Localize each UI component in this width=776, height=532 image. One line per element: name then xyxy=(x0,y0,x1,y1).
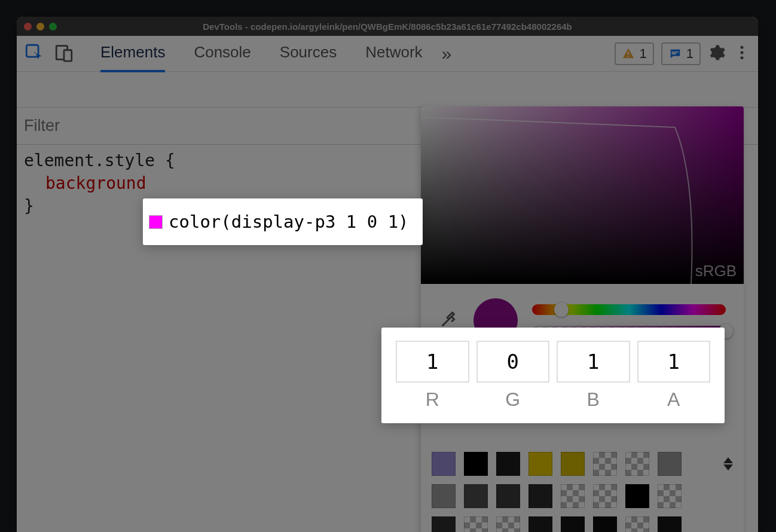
input-r[interactable]: 1 xyxy=(396,341,469,383)
device-toolbar-icon[interactable] xyxy=(54,42,74,65)
palette-swatch[interactable] xyxy=(528,484,552,508)
svg-rect-4 xyxy=(628,56,629,57)
color-spectrum[interactable]: sRGB xyxy=(421,106,744,284)
palette-swatch[interactable] xyxy=(464,452,488,476)
more-tabs-button[interactable]: » xyxy=(442,44,452,64)
settings-button[interactable] xyxy=(708,44,726,64)
gamut-boundary-line xyxy=(421,106,744,284)
palette-swatch[interactable] xyxy=(593,452,617,476)
panel-tabs: Elements Console Sources Network xyxy=(100,35,423,72)
svg-point-7 xyxy=(741,45,744,48)
palette-swatch[interactable] xyxy=(658,516,682,532)
devtools-toolbar: Elements Console Sources Network » 1 1 xyxy=(17,36,758,72)
palette-swatch[interactable] xyxy=(561,516,585,532)
color-value-text[interactable]: color(display-p3 1 0 1) xyxy=(169,212,409,232)
warning-icon xyxy=(622,47,635,60)
color-swatch[interactable] xyxy=(149,215,163,229)
svg-point-9 xyxy=(741,56,744,59)
gamut-label: sRGB xyxy=(695,262,737,280)
palette-swatch[interactable] xyxy=(625,516,649,532)
input-b[interactable]: 1 xyxy=(557,341,630,383)
elements-dom-area[interactable] xyxy=(17,72,758,108)
warnings-count: 1 xyxy=(640,46,647,62)
palette-swatch[interactable] xyxy=(432,452,456,476)
palette-swatch[interactable] xyxy=(625,484,649,508)
input-a[interactable]: 1 xyxy=(637,341,711,383)
messages-badge[interactable]: 1 xyxy=(661,42,701,65)
css-property[interactable]: background xyxy=(45,173,146,193)
label-b: B xyxy=(557,389,630,411)
tab-console[interactable]: Console xyxy=(194,35,250,72)
palette-swatch[interactable] xyxy=(464,516,488,532)
rgba-inputs-popup: 1 0 1 1 R G B A xyxy=(381,328,725,423)
palette-swatch[interactable] xyxy=(561,452,585,476)
svg-rect-2 xyxy=(64,50,72,60)
palette-swatch[interactable] xyxy=(625,452,649,476)
svg-rect-3 xyxy=(628,51,629,55)
messages-count: 1 xyxy=(686,46,693,62)
tab-sources[interactable]: Sources xyxy=(280,35,337,72)
palette-swatch[interactable] xyxy=(432,516,456,532)
palette-swatch[interactable] xyxy=(561,484,585,508)
palette-swatch[interactable] xyxy=(593,516,617,532)
palette-swatch[interactable] xyxy=(496,516,520,532)
svg-point-8 xyxy=(741,51,744,54)
label-g: G xyxy=(476,389,550,411)
message-icon xyxy=(668,47,682,60)
palette-swatch[interactable] xyxy=(432,484,456,508)
palette-swatch[interactable] xyxy=(528,452,552,476)
hue-thumb[interactable] xyxy=(554,302,569,317)
window-title: DevTools - codepen.io/argyleink/pen/QWBg… xyxy=(17,22,758,32)
warnings-badge[interactable]: 1 xyxy=(615,42,654,65)
color-value-popup[interactable]: color(display-p3 1 0 1) xyxy=(143,198,423,245)
tab-elements[interactable]: Elements xyxy=(100,35,165,72)
palette-swatch[interactable] xyxy=(464,484,488,508)
palette-swatch[interactable] xyxy=(593,484,617,508)
color-palette xyxy=(432,452,733,532)
tab-network[interactable]: Network xyxy=(365,35,422,72)
window-titlebar: DevTools - codepen.io/argyleink/pen/QWBg… xyxy=(17,17,758,36)
palette-stepper[interactable] xyxy=(723,457,733,470)
palette-swatch[interactable] xyxy=(658,452,682,476)
more-options-button[interactable] xyxy=(733,44,751,64)
palette-swatch[interactable] xyxy=(658,484,682,508)
svg-rect-5 xyxy=(671,51,678,53)
svg-rect-6 xyxy=(671,53,676,54)
input-g[interactable]: 0 xyxy=(476,341,550,383)
label-a: A xyxy=(637,389,711,411)
hue-slider[interactable] xyxy=(532,304,726,315)
palette-swatch[interactable] xyxy=(496,452,520,476)
label-r: R xyxy=(396,389,469,411)
inspect-element-icon[interactable] xyxy=(24,42,44,65)
palette-swatch[interactable] xyxy=(496,484,520,508)
palette-swatch[interactable] xyxy=(528,516,552,532)
color-picker-panel: sRGB xyxy=(421,106,744,532)
